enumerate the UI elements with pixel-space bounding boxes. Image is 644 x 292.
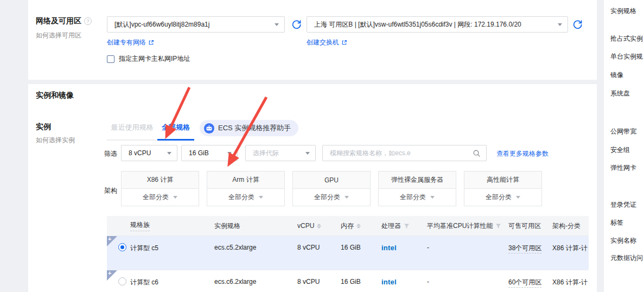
arch-category-select-arm[interactable]: 全部分类 xyxy=(207,188,285,206)
header-baseline-label: 平均基准CPU计算性能 xyxy=(427,221,493,231)
cell-memory: 16 GiB xyxy=(341,236,381,270)
vcpu-filter-select[interactable]: 8 vCPU xyxy=(121,145,177,161)
private-ip-checkbox-label: 指定主网卡主私网IP地址 xyxy=(119,54,190,64)
network-section-card: 网络及可用区 ? 如何选择可用区 [默认]vpc-uf66w6uyl8itj82… xyxy=(28,0,597,80)
table-row-c6[interactable]: + 计算型 c6 ecs.c6.2xlarge 8 vCPU 16 GiB in… xyxy=(107,270,589,292)
instance-label-text: 实例 xyxy=(36,122,51,132)
private-ip-checkbox-row: 指定主网卡主私网IP地址 xyxy=(107,54,190,64)
row-radio[interactable] xyxy=(118,277,126,285)
header-processor-label: 处理器 xyxy=(381,221,401,231)
chevron-down-icon xyxy=(259,196,263,199)
nav-item-security-group[interactable]: 安全组 xyxy=(610,145,630,155)
add-plus-corner-badge[interactable]: + xyxy=(107,236,117,246)
arch-tab-gpu[interactable]: GPU xyxy=(292,171,371,189)
spec-table: 规格族 实例规格 vCPU 内存 处理器 平均基准CPU计算性能 可售可用区 架… xyxy=(107,216,589,292)
create-vswitch-link-label: 创建交换机 xyxy=(307,38,339,47)
table-row-c5[interactable]: + 计算型 c5 ecs.c5.2xlarge 8 vCPU 16 GiB in… xyxy=(107,236,589,270)
arch-box-gpu: GPU 全部分类 xyxy=(292,171,371,206)
arch-tab-hpc[interactable]: 高性能计算 xyxy=(464,171,542,189)
spec-search-box xyxy=(322,145,487,161)
network-section-label: 网络及可用区 ? xyxy=(36,16,92,26)
nav-item-instance-name[interactable]: 实例名称 xyxy=(610,236,636,245)
nav-item-spot-instance[interactable]: 抢占式实例 xyxy=(610,34,643,43)
sort-icon[interactable] xyxy=(317,224,321,228)
arch-category-select-hpc[interactable]: 全部分类 xyxy=(464,188,542,206)
cell-zones-link[interactable]: 60个可用区 xyxy=(508,278,541,288)
chevron-down-icon xyxy=(345,196,349,199)
chevron-down-icon xyxy=(167,152,171,155)
header-spec: 实例规格 xyxy=(214,221,297,231)
ecs-spec-assistant-button[interactable]: ECS 实例规格推荐助手 xyxy=(200,120,298,136)
cell-zones-link[interactable]: 38个可用区 xyxy=(508,244,541,253)
nav-item-public-bandwidth[interactable]: 公网带宽 xyxy=(610,127,636,136)
arch-category-value: 全部分类 xyxy=(143,193,169,202)
cell-vcpu: 8 vCPU xyxy=(297,270,341,292)
tab-all-specs[interactable]: 全部规格 xyxy=(157,116,194,141)
add-plus-corner-badge[interactable]: + xyxy=(107,270,117,281)
memory-filter-value: 16 GiB xyxy=(189,149,209,157)
arch-category-value: 全部分类 xyxy=(400,193,426,202)
arch-category-value: 全部分类 xyxy=(486,193,512,202)
nav-item-tags[interactable]: 标签 xyxy=(610,218,623,227)
nav-item-login-credentials[interactable]: 登录凭证 xyxy=(610,200,636,210)
chevron-down-icon xyxy=(430,196,435,199)
create-vswitch-link[interactable]: 创建交换机 xyxy=(307,38,347,47)
sort-icon[interactable] xyxy=(356,224,361,228)
chevron-down-icon xyxy=(305,152,310,155)
filter-label: 筛选 xyxy=(104,149,117,158)
search-icon[interactable] xyxy=(473,149,481,157)
arch-tab-baremetal[interactable]: 弹性裸金属服务器 xyxy=(378,171,456,189)
arch-tab-arm[interactable]: Arm 计算 xyxy=(207,171,285,189)
how-to-choose-instance-link[interactable]: 如何选择实例 xyxy=(36,136,75,145)
nav-item-image[interactable]: 镜像 xyxy=(610,71,623,80)
vpc-select[interactable]: [默认]vpc-uf66w6uyl8itj82m89a1j xyxy=(107,16,285,33)
nav-item-instance-spec[interactable]: 实例规格 xyxy=(610,7,636,16)
nav-item-system-disk[interactable]: 系统盘 xyxy=(610,89,630,98)
header-vcpu: vCPU xyxy=(297,222,341,230)
header-zones: 可售可用区 xyxy=(508,221,552,231)
chevron-down-icon xyxy=(227,152,232,155)
arch-category-select-gpu[interactable]: 全部分类 xyxy=(292,188,371,206)
cell-arch: X86 计算-计 xyxy=(552,236,589,270)
header-arch-label: 架构-分类 xyxy=(552,221,581,231)
instance-section-card: 实例和镜像 实例 如何选择实例 最近使用规格 全部规格 ECS 实例规格推荐助手… xyxy=(28,84,597,292)
right-anchor-nav: 实例规格 抢占式实例 单台实例规 镜像 系统盘 公网带宽 安全组 弹性网卡 登录… xyxy=(604,0,644,292)
cell-family: 计算型 c5 xyxy=(130,236,214,270)
how-to-choose-zone-link[interactable]: 如何选择可用区 xyxy=(36,31,81,40)
generation-filter-select[interactable]: 选择代际 xyxy=(245,145,316,161)
tab-recent-specs[interactable]: 最近使用规格 xyxy=(107,116,157,141)
nav-item-single-instance-spec[interactable]: 单台实例规 xyxy=(610,52,643,61)
intel-logo: intel xyxy=(381,278,397,286)
filter-funnel-icon[interactable] xyxy=(404,223,410,229)
cell-vcpu: 8 vCPU xyxy=(297,236,341,270)
arch-category-select-baremetal[interactable]: 全部分类 xyxy=(378,188,456,206)
nav-item-metadata-access[interactable]: 元数据访问 xyxy=(610,253,643,263)
chevron-down-icon xyxy=(275,23,279,26)
vswitch-refresh-icon[interactable] xyxy=(573,20,583,29)
vpc-refresh-icon[interactable] xyxy=(292,20,302,29)
arch-tab-x86[interactable]: X86 计算 xyxy=(121,171,199,189)
create-vpc-link[interactable]: 创建专有网络 xyxy=(107,38,154,47)
instance-image-title-text: 实例和镜像 xyxy=(36,91,74,100)
intel-logo: intel xyxy=(381,244,397,252)
arch-category-value: 全部分类 xyxy=(314,193,340,202)
help-question-icon[interactable]: ? xyxy=(84,17,92,25)
arch-category-select-x86[interactable]: 全部分类 xyxy=(121,188,199,206)
network-section-title: 网络及可用区 xyxy=(36,16,81,26)
vswitch-select[interactable]: 上海 可用区B | [默认]vsw-uf6wtl5351j05s6cdif3v … xyxy=(307,16,568,33)
header-family-label: 规格族 xyxy=(130,220,150,231)
row-radio-selected[interactable] xyxy=(118,243,126,251)
nav-item-eni[interactable]: 弹性网卡 xyxy=(610,163,636,173)
cell-spec: ecs.c6.2xlarge xyxy=(214,270,297,292)
cell-spec: ecs.c5.2xlarge xyxy=(214,236,297,270)
memory-filter-select[interactable]: 16 GiB xyxy=(181,145,238,161)
header-family: 规格族 xyxy=(130,220,214,231)
instance-image-section-title: 实例和镜像 xyxy=(36,91,74,100)
private-ip-checkbox[interactable] xyxy=(107,55,114,63)
chevron-down-icon xyxy=(558,23,562,26)
spec-search-input[interactable] xyxy=(323,145,473,161)
filter-funnel-icon[interactable] xyxy=(495,223,501,229)
vpc-select-value: [默认]vpc-uf66w6uyl8itj82m89a1j xyxy=(114,20,209,29)
more-spec-params-link[interactable]: 查看更多规格参数 xyxy=(496,149,549,158)
arch-box-baremetal: 弹性裸金属服务器 全部分类 xyxy=(378,171,456,206)
